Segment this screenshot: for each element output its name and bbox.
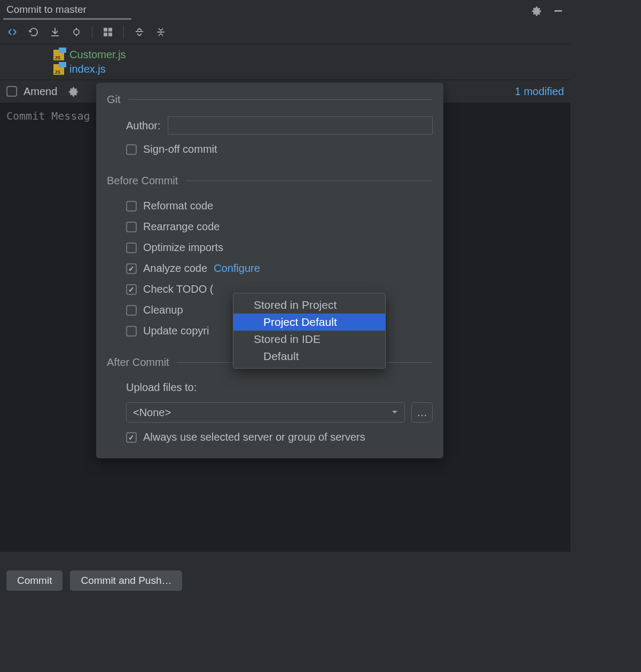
file-item[interactable]: JS index.js bbox=[53, 62, 570, 76]
commit-button[interactable]: Commit bbox=[6, 571, 62, 591]
group-icon[interactable] bbox=[102, 26, 114, 38]
always-use-checkbox[interactable] bbox=[126, 432, 137, 443]
optimize-label: Optimize imports bbox=[143, 241, 223, 254]
modified-count[interactable]: 1 modified bbox=[515, 85, 564, 98]
analyze-label: Analyze code bbox=[143, 262, 207, 275]
dropdown-item-default[interactable]: Default bbox=[233, 348, 385, 365]
copyright-label: Update copyri bbox=[143, 325, 209, 337]
toolbar bbox=[0, 20, 570, 44]
dropdown-item-project-default[interactable]: Project Default bbox=[233, 314, 385, 331]
copyright-checkbox[interactable] bbox=[126, 326, 137, 337]
expand-icon[interactable] bbox=[134, 26, 145, 38]
rearrange-label: Rearrange code bbox=[143, 221, 220, 233]
js-file-icon: JS bbox=[53, 50, 64, 60]
toolbar-separator bbox=[92, 26, 92, 38]
signoff-checkbox[interactable] bbox=[126, 144, 137, 155]
reformat-label: Reformat code bbox=[143, 200, 213, 212]
author-label: Author: bbox=[126, 120, 160, 132]
analyze-checkbox[interactable] bbox=[126, 263, 137, 274]
rollback-icon[interactable] bbox=[49, 26, 61, 38]
configure-link[interactable]: Configure bbox=[214, 262, 260, 275]
js-file-icon: JS bbox=[53, 64, 64, 75]
svg-rect-5 bbox=[108, 33, 112, 36]
cleanup-checkbox[interactable] bbox=[126, 305, 137, 316]
rearrange-checkbox[interactable] bbox=[126, 222, 137, 232]
file-list: JS Customer.js JS index.js bbox=[0, 44, 570, 80]
commit-options-popover: Git Author: Sign-off commit Before Commi… bbox=[96, 83, 443, 458]
dropdown-item-stored-ide[interactable]: Stored in IDE bbox=[233, 331, 385, 348]
show-diff-icon[interactable] bbox=[71, 26, 82, 38]
amend-label: Amend bbox=[24, 85, 57, 98]
browse-button[interactable]: … bbox=[411, 402, 433, 423]
signoff-label: Sign-off commit bbox=[143, 143, 217, 155]
commit-push-button[interactable]: Commit and Push… bbox=[70, 571, 182, 591]
cleanup-label: Cleanup bbox=[143, 304, 183, 316]
todo-label: Check TODO ( bbox=[143, 283, 214, 295]
amend-checkbox[interactable] bbox=[6, 86, 17, 97]
section-before: Before Commit bbox=[107, 175, 178, 187]
upload-value: <None> bbox=[133, 407, 171, 419]
svg-rect-2 bbox=[104, 28, 107, 32]
profile-dropdown: Stored in Project Project Default Stored… bbox=[233, 293, 386, 369]
chevron-down-icon bbox=[392, 410, 398, 415]
file-item[interactable]: JS Customer.js bbox=[53, 48, 570, 62]
refresh-diff-icon[interactable] bbox=[6, 26, 18, 38]
gear-icon[interactable] bbox=[68, 85, 80, 97]
svg-rect-0 bbox=[554, 10, 562, 12]
tab-title[interactable]: Commit to master bbox=[6, 4, 87, 18]
reformat-checkbox[interactable] bbox=[126, 201, 137, 212]
upload-label: Upload files to: bbox=[126, 381, 197, 394]
file-name: Customer.js bbox=[69, 49, 126, 61]
author-input[interactable] bbox=[168, 116, 433, 135]
section-git: Git bbox=[107, 93, 121, 106]
toolbar-separator bbox=[123, 26, 124, 38]
gear-icon[interactable] bbox=[531, 5, 543, 17]
dropdown-item-stored-project[interactable]: Stored in Project bbox=[233, 296, 385, 314]
always-use-label: Always use selected server or group of s… bbox=[143, 431, 365, 443]
svg-point-1 bbox=[74, 29, 79, 35]
file-name: index.js bbox=[69, 63, 106, 75]
svg-rect-4 bbox=[104, 33, 107, 36]
refresh-icon[interactable] bbox=[28, 26, 40, 38]
minimize-icon[interactable] bbox=[552, 5, 564, 17]
collapse-icon[interactable] bbox=[155, 26, 167, 38]
section-after: After Commit bbox=[107, 356, 169, 369]
optimize-checkbox[interactable] bbox=[126, 243, 137, 253]
todo-checkbox[interactable] bbox=[126, 284, 137, 295]
upload-select[interactable]: <None> bbox=[126, 402, 405, 423]
svg-rect-3 bbox=[108, 28, 112, 32]
